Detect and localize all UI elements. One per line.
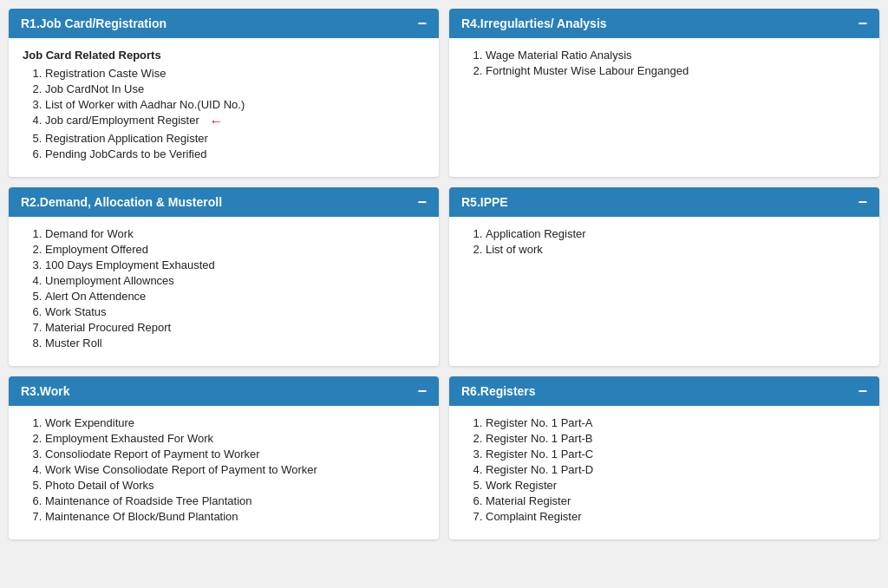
list-r5: Application Register List of work bbox=[468, 227, 865, 256]
list-item[interactable]: Application Register bbox=[486, 227, 865, 240]
list-item[interactable]: Photo Detail of Works bbox=[45, 479, 425, 492]
list-item[interactable]: Material Register bbox=[486, 494, 865, 507]
list-item[interactable]: Wage Material Ratio Analysis bbox=[486, 49, 865, 62]
link-register-1b[interactable]: Register No. 1 Part-B bbox=[486, 432, 593, 445]
link-employment-exhausted-work[interactable]: Employment Exhausted For Work bbox=[45, 432, 213, 445]
link-unemployment[interactable]: Unemployment Allownces bbox=[45, 274, 174, 287]
collapse-r3[interactable]: − bbox=[417, 383, 427, 399]
list-item[interactable]: Register No. 1 Part-D bbox=[486, 463, 865, 476]
card-body-r1: Job Card Related Reports Registration Ca… bbox=[9, 38, 439, 177]
list-item[interactable]: Pending JobCards to be Verified bbox=[45, 147, 425, 160]
card-title-r5: R5.IPPE bbox=[461, 195, 508, 209]
card-title-r3: R3.Work bbox=[21, 384, 70, 398]
link-fortnight-muster[interactable]: Fortnight Muster Wise Labour Enganged bbox=[486, 64, 689, 77]
card-body-r5: Application Register List of work bbox=[449, 217, 879, 272]
list-item[interactable]: Employment Offered bbox=[45, 243, 425, 256]
link-register-1a[interactable]: Register No. 1 Part-A bbox=[486, 416, 593, 429]
collapse-r1[interactable]: − bbox=[417, 16, 427, 31]
list-item[interactable]: Fortnight Muster Wise Labour Enganged bbox=[486, 64, 865, 77]
card-r1: R1.Job Card/Registration − Job Card Rela… bbox=[9, 9, 439, 177]
list-item[interactable]: Job CardNot In Use bbox=[45, 82, 425, 95]
link-application-register[interactable]: Application Register bbox=[486, 227, 586, 240]
list-item[interactable]: Muster Roll bbox=[45, 336, 425, 350]
list-r6: Register No. 1 Part-A Register No. 1 Par… bbox=[468, 416, 865, 523]
list-item[interactable]: Alert On Attendence bbox=[45, 290, 425, 303]
list-item[interactable]: Maintenance Of Block/Bund Plantation bbox=[45, 510, 425, 523]
list-item[interactable]: Registration Application Register bbox=[45, 132, 425, 145]
link-roadside-tree[interactable]: Maintenance of Roadside Tree Plantation bbox=[45, 494, 252, 507]
card-header-r1: R1.Job Card/Registration − bbox=[9, 9, 439, 38]
collapse-r4[interactable]: − bbox=[858, 16, 867, 31]
card-title-r4: R4.Irregularties/ Analysis bbox=[461, 16, 607, 30]
link-demand-work[interactable]: Demand for Work bbox=[45, 227, 134, 240]
card-header-r5: R5.IPPE − bbox=[449, 187, 879, 217]
link-employment-offered[interactable]: Employment Offered bbox=[45, 243, 148, 256]
list-item[interactable]: Unemployment Allownces bbox=[45, 274, 425, 287]
link-list-of-work[interactable]: List of work bbox=[486, 243, 543, 256]
link-material-register[interactable]: Material Register bbox=[486, 494, 571, 507]
link-registration-application[interactable]: Registration Application Register bbox=[45, 132, 208, 145]
card-title-r1: R1.Job Card/Registration bbox=[21, 16, 166, 30]
red-arrow-icon: ← bbox=[209, 114, 223, 129]
link-complaint-register[interactable]: Complaint Register bbox=[486, 510, 582, 523]
list-item[interactable]: Maintenance of Roadside Tree Plantation bbox=[45, 494, 425, 507]
list-item[interactable]: Consoliodate Report of Payment to Worker bbox=[45, 448, 425, 461]
list-item[interactable]: Register No. 1 Part-B bbox=[486, 432, 865, 445]
group-title-r1: Job Card Related Reports bbox=[23, 49, 425, 62]
link-pending-job-cards[interactable]: Pending JobCards to be Verified bbox=[45, 147, 206, 160]
link-register-1d[interactable]: Register No. 1 Part-D bbox=[486, 463, 593, 476]
list-item[interactable]: Work Wise Consoliodate Report of Payment… bbox=[45, 463, 425, 476]
list-item[interactable]: List of Worker with Aadhar No.(UID No.) bbox=[45, 98, 425, 111]
link-job-card-not-in-use[interactable]: Job CardNot In Use bbox=[45, 82, 144, 95]
link-photo-detail[interactable]: Photo Detail of Works bbox=[45, 479, 153, 492]
list-item[interactable]: Registration Caste Wise bbox=[45, 67, 425, 80]
list-item[interactable]: Register No. 1 Part-A bbox=[486, 416, 865, 429]
link-consoliodate-report[interactable]: Consoliodate Report of Payment to Worker bbox=[45, 448, 260, 461]
card-header-r4: R4.Irregularties/ Analysis − bbox=[449, 9, 879, 38]
link-100-days[interactable]: 100 Days Employment Exhausted bbox=[45, 258, 215, 271]
link-work-expenditure[interactable]: Work Expenditure bbox=[45, 416, 134, 429]
collapse-r5[interactable]: − bbox=[858, 194, 867, 210]
list-item[interactable]: Work Register bbox=[486, 479, 865, 492]
list-item[interactable]: Employment Exhausted For Work bbox=[45, 432, 425, 445]
link-block-bund[interactable]: Maintenance Of Block/Bund Plantation bbox=[45, 510, 238, 523]
link-list-of-worker[interactable]: List of Worker with Aadhar No.(UID No.) bbox=[45, 98, 245, 111]
list-item[interactable]: Work Status bbox=[45, 305, 425, 318]
link-job-card-employment-register[interactable]: Job card/Employment Register bbox=[45, 114, 199, 127]
card-header-r2: R2.Demand, Allocation & Musteroll − bbox=[9, 187, 439, 217]
list-r2: Demand for Work Employment Offered 100 D… bbox=[28, 227, 425, 350]
card-r6: R6.Registers − Register No. 1 Part-A Reg… bbox=[449, 376, 879, 539]
main-grid: R1.Job Card/Registration − Job Card Rela… bbox=[9, 9, 879, 539]
list-item[interactable]: Material Procured Report bbox=[45, 321, 425, 334]
link-work-wise-consoliodate[interactable]: Work Wise Consoliodate Report of Payment… bbox=[45, 463, 317, 476]
list-item[interactable]: Register No. 1 Part-C bbox=[486, 448, 865, 461]
list-item[interactable]: Complaint Register bbox=[486, 510, 865, 523]
link-register-1c[interactable]: Register No. 1 Part-C bbox=[486, 448, 593, 461]
collapse-r2[interactable]: − bbox=[417, 194, 427, 210]
link-work-status[interactable]: Work Status bbox=[45, 305, 107, 318]
list-r1: Registration Caste Wise Job CardNot In U… bbox=[31, 67, 425, 160]
card-body-r3: Work Expenditure Employment Exhausted Fo… bbox=[9, 406, 439, 539]
collapse-r6[interactable]: − bbox=[858, 383, 867, 399]
link-work-register[interactable]: Work Register bbox=[486, 479, 557, 492]
link-registration-caste-wise[interactable]: Registration Caste Wise bbox=[45, 67, 166, 80]
card-r3: R3.Work − Work Expenditure Employment Ex… bbox=[9, 376, 439, 539]
list-item[interactable]: 100 Days Employment Exhausted bbox=[45, 258, 425, 271]
link-alert-attendence[interactable]: Alert On Attendence bbox=[45, 290, 146, 303]
link-muster-roll[interactable]: Muster Roll bbox=[45, 336, 102, 350]
list-item[interactable]: List of work bbox=[486, 243, 865, 256]
card-header-r3: R3.Work − bbox=[9, 376, 439, 406]
list-item[interactable]: Demand for Work bbox=[45, 227, 425, 240]
card-r4: R4.Irregularties/ Analysis − Wage Materi… bbox=[449, 9, 879, 177]
card-body-r4: Wage Material Ratio Analysis Fortnight M… bbox=[449, 38, 879, 94]
list-item-highlighted[interactable]: Job card/Employment Register ← bbox=[45, 114, 425, 129]
card-title-r6: R6.Registers bbox=[461, 384, 536, 398]
link-wage-material[interactable]: Wage Material Ratio Analysis bbox=[486, 49, 632, 62]
list-item[interactable]: Work Expenditure bbox=[45, 416, 425, 429]
link-material-procured[interactable]: Material Procured Report bbox=[45, 321, 171, 334]
card-r5: R5.IPPE − Application Register List of w… bbox=[449, 187, 879, 366]
card-title-r2: R2.Demand, Allocation & Musteroll bbox=[21, 195, 222, 209]
list-r3: Work Expenditure Employment Exhausted Fo… bbox=[28, 416, 425, 523]
list-r4: Wage Material Ratio Analysis Fortnight M… bbox=[468, 49, 865, 77]
card-body-r2: Demand for Work Employment Offered 100 D… bbox=[9, 217, 439, 366]
